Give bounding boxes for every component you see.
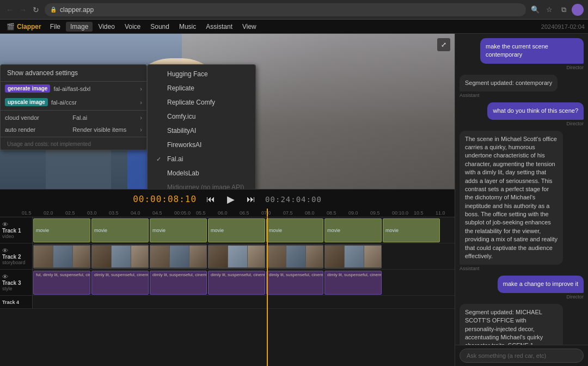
track-name-1: Track 1 [2, 228, 21, 234]
extensions-button[interactable]: ⧉ [558, 4, 569, 16]
playhead-ruler-marker [267, 209, 268, 217]
chat-messages: make the current scene contemporary Dire… [455, 34, 588, 345]
url-text: clapper.app [60, 6, 94, 14]
eye-icon-2[interactable]: 👁 [2, 247, 8, 254]
clip-video-7[interactable]: movie [383, 218, 440, 242]
track-row-1: 👁 Track 1 video movie movie movie movie … [0, 217, 455, 243]
thumb [92, 246, 112, 267]
clip-video-6[interactable]: movie [324, 218, 382, 242]
cloud-vendor-label: cloud vendor [5, 114, 69, 121]
ruler-label: 04.5 [152, 210, 174, 216]
adv-auto-render-row[interactable]: auto render Render visible items › [1, 124, 146, 136]
menu-view[interactable]: View [238, 22, 261, 32]
submenu-item-falai[interactable]: ✓ Fal.ai [148, 152, 255, 166]
menu-voice[interactable]: Voice [120, 22, 145, 32]
chat-bubble-assistant-2: The scene in Michael Scott's office carr… [460, 131, 563, 265]
current-time-display: 00:00:08:10 [133, 194, 197, 204]
clip-storyboard-1[interactable] [33, 245, 90, 269]
clip-style-4[interactable]: dimly lit, suspenseful, cinematic photo,… [208, 271, 265, 295]
adv-generate-image-row[interactable]: generate image fal-ai/fast-sdxl › [1, 82, 146, 95]
clip-video-3[interactable]: movie [150, 218, 207, 242]
clip-style-2[interactable]: dimly lit, suspenseful, cinematic photo,… [91, 271, 149, 295]
ruler-label: 05.5 [196, 210, 218, 216]
chat-role-4: Assistant [460, 266, 480, 271]
submenu-item-comfy-icu[interactable]: Comfy.icu [148, 109, 255, 124]
submenu-item-stabilityai[interactable]: StabilityAI [148, 124, 255, 138]
track-type-3: style [2, 286, 13, 291]
clip-storyboard-5[interactable] [266, 245, 323, 269]
submenu-item-huggingface[interactable]: Hugging Face [148, 67, 255, 81]
submenu-label-stabilityai: StabilityAI [167, 127, 196, 135]
menu-sound[interactable]: Sound [146, 22, 174, 32]
track-label-2: 👁 Track 2 storyboard [0, 243, 33, 269]
clapper-icon: 🎬 [7, 23, 15, 30]
eye-icon-1[interactable]: 👁 [2, 221, 8, 228]
menu-file[interactable]: File [46, 22, 65, 32]
forward-button[interactable]: → [17, 4, 28, 15]
clip-storyboard-6[interactable] [324, 245, 382, 269]
cloud-vendor-value: Fal.ai [72, 114, 137, 121]
clip-style-5[interactable]: dimly lit, suspenseful, cinematic photo,… [266, 271, 323, 295]
timeline-tracks: 👁 Track 1 video movie movie movie movie … [0, 217, 455, 309]
thumb [364, 246, 382, 267]
refresh-button[interactable]: ↻ [30, 4, 41, 15]
clip-video-2[interactable]: movie [91, 218, 149, 242]
clip-storyboard-4[interactable] [208, 245, 265, 269]
play-button[interactable]: ▶ [225, 192, 237, 206]
adv-upscale-image-row[interactable]: upscale image fal-ai/ccsr › [1, 95, 146, 109]
thumb [170, 246, 189, 267]
video-area: ⤢ Show advanced settings generate image … [0, 34, 455, 189]
clip-video-4[interactable]: movie [208, 218, 265, 242]
ruler-label: 02.0 [44, 210, 65, 216]
timeline-ruler: 01.5 02.0 02.5 03.0 03.5 04.0 04.5 00:05… [0, 209, 455, 217]
chat-message-4: The scene in Michael Scott's office carr… [460, 131, 584, 272]
track-name-3: Track 3 [2, 280, 21, 286]
check-falai: ✓ [156, 156, 164, 163]
bookmark-button[interactable]: ☆ [543, 4, 555, 16]
address-bar[interactable]: 🔒 clapper.app [45, 3, 526, 16]
submenu-item-fireworks[interactable]: FireworksAI [148, 138, 255, 152]
track-label-4: Track 4 [0, 296, 33, 308]
track-name-2: Track 2 [2, 254, 21, 260]
main-layout: ⤢ Show advanced settings generate image … [0, 34, 588, 366]
menu-music[interactable]: Music [175, 22, 200, 32]
menu-video[interactable]: Video [94, 22, 119, 32]
clip-storyboard-3[interactable] [150, 245, 207, 269]
clip-video-5[interactable]: movie [266, 218, 323, 242]
clip-style-6[interactable]: dimly lit, suspenseful, cinematic photo,… [324, 271, 382, 295]
submenu-item-replicate[interactable]: Replicate [148, 81, 255, 95]
thumb [325, 246, 345, 267]
submenu-item-modelslab[interactable]: ModelsLab [148, 166, 255, 180]
track-content-3: ful, dimly lit, suspenseful, cinematic p… [33, 270, 455, 295]
generate-image-badge: generate image [5, 84, 50, 93]
skip-back-button[interactable]: ⏮ [204, 193, 217, 205]
auto-render-label: auto render [5, 126, 69, 133]
clip-style-3[interactable]: dimly lit, suspenseful, cinematic photo,… [150, 271, 207, 295]
clip-storyboard-2[interactable] [91, 245, 149, 269]
back-button[interactable]: ← [4, 4, 15, 15]
ruler-label: 09.5 [370, 210, 392, 216]
advanced-settings-panel: Show advanced settings generate image fa… [0, 64, 147, 150]
expand-button[interactable]: ⤢ [437, 38, 450, 51]
clip-style-1[interactable]: ful, dimly lit, suspenseful, cinematic p… [33, 271, 90, 295]
chat-input[interactable] [460, 349, 584, 363]
track-content-2 [33, 243, 455, 269]
submenu-label-replicate: Replicate [167, 84, 194, 92]
thumb [267, 246, 286, 267]
submenu-label-replicate-comfy: Replicate Comfy [167, 99, 215, 106]
thumb [73, 246, 90, 267]
search-button[interactable]: 🔍 [529, 4, 541, 16]
timeline-area: 01.5 02.0 02.5 03.0 03.5 04.0 04.5 00:05… [0, 209, 455, 366]
thumb [189, 246, 207, 267]
skip-forward-button[interactable]: ⏭ [244, 193, 258, 205]
adv-cloud-vendor-row[interactable]: cloud vendor Fal.ai › [1, 112, 146, 124]
clip-video-1[interactable]: movie [33, 218, 90, 242]
chat-role-3: Director [566, 121, 584, 126]
ruler-label: 00:05.0 [174, 210, 196, 216]
menu-image[interactable]: Image [66, 22, 93, 32]
ruler-label: 07.0 [261, 210, 283, 216]
submenu-item-replicate-comfy[interactable]: Replicate Comfy [148, 95, 255, 109]
eye-icon-3[interactable]: 👁 [2, 273, 8, 280]
menu-assistant[interactable]: Assistant [201, 22, 237, 32]
profile-avatar[interactable] [572, 4, 584, 16]
